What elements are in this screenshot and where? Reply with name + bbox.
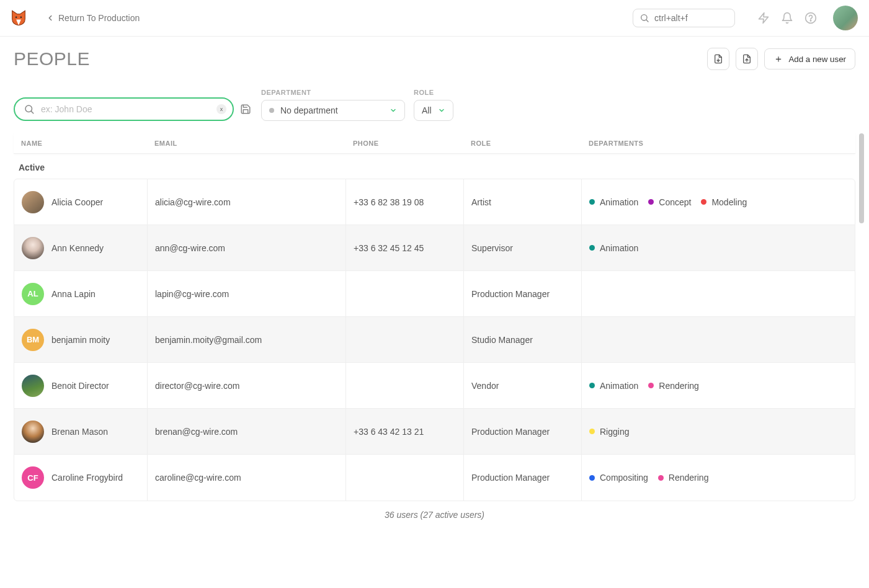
user-phone: +33 6 32 45 12 45	[346, 225, 464, 270]
dot-icon	[269, 108, 274, 113]
help-icon[interactable]	[804, 12, 817, 24]
user-name: benjamin moity	[51, 335, 110, 345]
table-row[interactable]: BMbenjamin moitybenjamin.moity@gmail.com…	[14, 317, 855, 363]
dot-icon	[589, 429, 595, 434]
user-departments: Rigging	[582, 409, 855, 454]
department-filter[interactable]: No department	[261, 100, 405, 121]
svg-point-5	[806, 13, 816, 24]
table-row[interactable]: Ann Kennedyann@cg-wire.com+33 6 32 45 12…	[14, 225, 855, 271]
dot-icon	[701, 199, 706, 205]
topbar: Return To Production	[0, 0, 869, 37]
bell-icon[interactable]	[781, 12, 793, 24]
table-row[interactable]: CFCaroline Frogybirdcaroline@cg-wire.com…	[14, 455, 855, 501]
table-row[interactable]: Benoit Directordirector@cg-wire.comVendo…	[14, 363, 855, 409]
table-footer: 36 users (27 active users)	[14, 501, 855, 523]
user-role: Supervisor	[464, 225, 582, 270]
dot-icon	[648, 199, 654, 205]
svg-marker-4	[759, 13, 769, 24]
file-export-icon	[742, 54, 752, 64]
user-departments: AnimationConceptModeling	[582, 179, 855, 225]
user-email: ann@cg-wire.com	[148, 225, 346, 270]
user-role: Vendor	[464, 363, 582, 408]
dot-icon	[648, 383, 654, 388]
user-role: Production Manager	[464, 271, 582, 316]
user-email: benjamin.moity@gmail.com	[148, 317, 346, 362]
user-phone: +33 6 43 42 13 21	[346, 409, 464, 454]
user-phone	[346, 271, 464, 316]
dot-icon	[589, 383, 595, 388]
department-tag: Rigging	[589, 427, 629, 437]
people-search-input[interactable]	[41, 104, 208, 114]
topbar-actions	[757, 12, 817, 24]
department-tag-label: Animation	[600, 381, 638, 391]
scrollbar[interactable]	[859, 133, 864, 223]
dot-icon	[589, 245, 595, 251]
department-filter-label: DEPARTMENT	[261, 89, 405, 96]
col-departments: DEPARTMENTS	[589, 140, 848, 147]
save-icon	[240, 104, 251, 115]
department-tag-label: Concept	[659, 197, 691, 207]
page-header: PEOPLE ＋ Add a new user	[14, 48, 855, 70]
avatar	[22, 375, 44, 397]
avatar: AL	[22, 283, 44, 305]
chevron-down-icon	[390, 107, 397, 114]
user-phone	[346, 363, 464, 408]
avatar: CF	[22, 466, 44, 489]
user-departments: AnimationRendering	[582, 363, 855, 408]
app-logo[interactable]	[6, 10, 31, 26]
table-header: NAME EMAIL PHONE ROLE DEPARTMENTS	[14, 133, 855, 154]
user-avatar[interactable]	[833, 6, 858, 30]
col-email: EMAIL	[154, 140, 353, 147]
user-phone	[346, 317, 464, 362]
export-button[interactable]	[736, 48, 758, 70]
department-tag-label: Animation	[600, 243, 638, 253]
role-filter[interactable]: All	[414, 100, 453, 121]
bolt-icon[interactable]	[757, 12, 770, 24]
col-phone: PHONE	[353, 140, 471, 147]
department-tag-label: Rendering	[669, 473, 709, 483]
plus-icon: ＋	[773, 54, 783, 64]
svg-point-0	[16, 16, 17, 18]
user-name: Ann Kennedy	[51, 243, 104, 253]
user-name: Benoit Director	[51, 381, 109, 391]
user-name: Caroline Frogybird	[51, 473, 123, 483]
department-tag: Rendering	[648, 381, 699, 391]
avatar: BM	[22, 329, 44, 351]
user-departments	[582, 317, 855, 362]
department-tag: Animation	[589, 197, 638, 207]
department-filter-value: No department	[280, 105, 338, 115]
clear-search-button[interactable]: x	[216, 104, 226, 114]
user-phone	[346, 455, 464, 501]
user-role: Studio Manager	[464, 317, 582, 362]
user-role: Artist	[464, 179, 582, 225]
table-row[interactable]: Alicia Cooperalicia@cg-wire.com+33 6 82 …	[14, 179, 855, 225]
chevron-down-icon	[438, 107, 445, 114]
global-search-input[interactable]	[654, 13, 763, 23]
avatar	[22, 421, 44, 443]
svg-point-6	[810, 20, 811, 21]
col-role: ROLE	[471, 140, 589, 147]
global-search[interactable]	[633, 9, 735, 27]
user-name: Brenan Mason	[51, 427, 108, 437]
file-import-icon	[713, 54, 723, 64]
user-departments: Animation	[582, 225, 855, 270]
user-email: alicia@cg-wire.com	[148, 179, 346, 225]
department-tag-label: Rigging	[600, 427, 629, 437]
add-user-label: Add a new user	[788, 55, 846, 64]
department-tag-label: Modeling	[711, 197, 747, 207]
breadcrumb[interactable]: Return To Production	[46, 13, 140, 23]
table-row[interactable]: Brenan Masonbrenan@cg-wire.com+33 6 43 4…	[14, 409, 855, 455]
search-icon	[639, 13, 649, 23]
table-row[interactable]: ALAnna Lapinlapin@cg-wire.comProduction …	[14, 271, 855, 317]
department-tag-label: Animation	[600, 197, 638, 207]
department-tag: Concept	[648, 197, 691, 207]
section-active: Active	[14, 154, 855, 179]
save-search-button[interactable]	[239, 102, 252, 116]
search-icon	[24, 104, 35, 115]
import-button[interactable]	[707, 48, 729, 70]
user-role: Production Manager	[464, 409, 582, 454]
add-user-button[interactable]: ＋ Add a new user	[764, 48, 855, 69]
department-tag: Rendering	[658, 473, 709, 483]
svg-point-1	[20, 16, 22, 18]
people-search[interactable]: x	[14, 97, 234, 121]
